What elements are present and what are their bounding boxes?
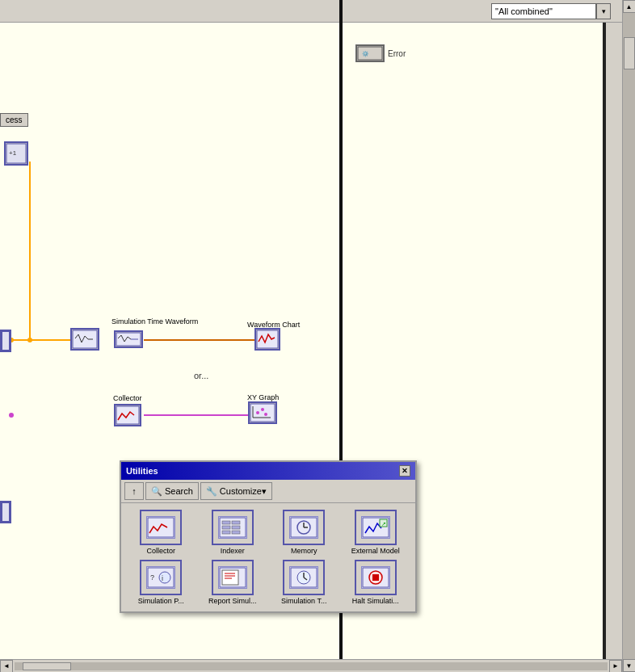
svg-rect-32 — [148, 518, 174, 537]
sim-inner-block[interactable] — [114, 330, 143, 348]
svg-rect-39 — [232, 531, 240, 534]
palette-halt-simulati-icon — [355, 560, 397, 595]
palette-collector-label: Collector — [146, 547, 175, 555]
palette-item-simulation-p[interactable]: ? i Simulation P... — [128, 560, 195, 605]
error-icon-svg: ⚙️ — [357, 46, 383, 61]
customize-button[interactable]: 🔧 Customize▾ — [200, 482, 272, 500]
chevron-down-icon: ▾ — [602, 7, 606, 15]
palette-report-simul-label: Report Simul... — [208, 597, 257, 605]
h-scroll-thumb[interactable] — [23, 662, 71, 670]
close-icon: ✕ — [402, 467, 408, 475]
customize-icon: 🔧 — [206, 486, 217, 497]
or-text: or... — [194, 371, 208, 380]
panel-content: Collector Indexer — [121, 503, 415, 611]
palette-simulation-t-label: Simulation T... — [281, 597, 326, 605]
svg-rect-38 — [232, 526, 240, 529]
palette-item-indexer[interactable]: Indexer — [200, 510, 267, 555]
palette-external-model-icon: ↗ — [355, 510, 397, 545]
back-button[interactable]: ↑ — [124, 482, 144, 500]
palette-item-collector[interactable]: Collector — [128, 510, 195, 555]
palette-item-simulation-t[interactable]: Simulation T... — [271, 560, 338, 605]
svg-text:⚙️: ⚙️ — [362, 50, 369, 57]
search-icon: 🔍 — [151, 486, 162, 497]
svg-text:+1: +1 — [9, 149, 17, 157]
svg-point-30 — [261, 408, 264, 411]
palette-item-halt-simulati[interactable]: Halt Simulati... — [343, 560, 410, 605]
counter-icon: +1 — [6, 143, 27, 164]
palette-external-model-label: External Model — [351, 547, 400, 555]
memory-palette-svg — [290, 517, 318, 538]
left-block-3[interactable] — [0, 501, 11, 523]
search-label: Search — [165, 486, 193, 496]
palette-collector-icon — [140, 510, 182, 545]
xy-graph-icon — [250, 403, 275, 422]
palette-indexer-label: Indexer — [221, 547, 245, 555]
svg-rect-34 — [222, 521, 230, 524]
svg-rect-35 — [222, 526, 230, 529]
panel-title: Utilities — [126, 466, 158, 476]
left-block-2[interactable] — [0, 330, 11, 352]
palette-item-external-model[interactable]: ↗ External Model — [343, 510, 410, 555]
error-label: Error — [388, 49, 406, 58]
dropdown-arrow-btn[interactable]: ▾ — [596, 3, 611, 19]
process-label: cess — [0, 113, 28, 127]
waveform-chart-icon — [256, 330, 279, 349]
error-icon-block: ⚙️ — [355, 44, 385, 62]
panel-close-button[interactable]: ✕ — [399, 465, 410, 477]
palette-item-memory[interactable]: Memory — [271, 510, 338, 555]
palette-simulation-p-icon: ? i — [140, 560, 182, 595]
svg-rect-12 — [73, 330, 97, 348]
indexer-palette-svg — [219, 517, 246, 538]
palette-item-report-simul[interactable]: Report Simul... — [200, 560, 267, 605]
palette-halt-simulati-label: Halt Simulati... — [352, 597, 399, 605]
panel-titlebar: Utilities ✕ — [121, 462, 415, 480]
simulation-t-palette-svg — [290, 567, 318, 588]
search-button[interactable]: 🔍 Search — [145, 482, 199, 500]
palette-memory-icon — [283, 510, 325, 545]
vertical-scrollbar[interactable]: ▲ ▼ — [622, 0, 635, 672]
svg-rect-62 — [372, 574, 379, 581]
utilities-panel: Utilities ✕ ↑ 🔍 Search 🔧 Customize▾ — [120, 460, 417, 613]
xy-graph-block[interactable] — [248, 401, 277, 424]
back-icon: ↑ — [132, 486, 137, 496]
collector-label: Collector — [113, 394, 142, 402]
error-block-area: ⚙️ Error — [355, 44, 406, 62]
palette-report-simul-icon — [212, 560, 254, 595]
scroll-up-button[interactable]: ▲ — [623, 0, 636, 13]
h-scroll-left-button[interactable]: ◄ — [0, 660, 13, 673]
sim-time-block[interactable] — [70, 328, 99, 351]
svg-point-29 — [256, 411, 259, 414]
scroll-track[interactable] — [623, 13, 636, 659]
scroll-thumb[interactable] — [624, 37, 635, 69]
collector-palette-svg — [147, 517, 175, 538]
waveform-chart-block[interactable] — [254, 328, 280, 351]
h-scroll-right-button[interactable]: ► — [609, 660, 622, 673]
customize-label: Customize▾ — [220, 486, 267, 497]
left-counter-block[interactable]: +1 — [4, 141, 28, 166]
svg-text:i: i — [162, 574, 163, 582]
palette-memory-label: Memory — [291, 547, 318, 555]
sim-time-waveform-label: Simulation Time Waveform — [111, 317, 198, 326]
svg-rect-52 — [222, 570, 238, 585]
palette-simulation-t-icon — [283, 560, 325, 595]
svg-rect-26 — [250, 404, 275, 422]
collector-block[interactable] — [114, 404, 141, 426]
scroll-down-button[interactable]: ▼ — [623, 659, 636, 672]
svg-text:↗: ↗ — [381, 521, 385, 527]
horizontal-scrollbar[interactable]: ◄ ► — [0, 659, 622, 672]
halt-simulati-palette-svg — [362, 567, 389, 588]
sim-inner-icon — [116, 332, 141, 346]
panel-toolbar: ↑ 🔍 Search 🔧 Customize▾ — [121, 480, 415, 503]
xy-graph-label: XY Graph — [247, 393, 279, 401]
palette-simulation-p-label: Simulation P... — [138, 597, 184, 605]
waveform-chart-label: Waveform Chart — [247, 321, 300, 329]
all-combined-dropdown[interactable]: "All combined" — [491, 3, 596, 19]
svg-point-31 — [264, 413, 267, 416]
sim-time-icon — [72, 330, 98, 349]
external-model-palette-svg: ↗ — [362, 517, 389, 538]
svg-rect-36 — [222, 531, 230, 534]
h-scroll-track[interactable] — [15, 662, 608, 670]
report-simul-palette-svg — [219, 567, 246, 588]
simulation-p-palette-svg: ? i — [147, 567, 175, 588]
top-bar: "All combined" ▾ — [0, 0, 635, 23]
